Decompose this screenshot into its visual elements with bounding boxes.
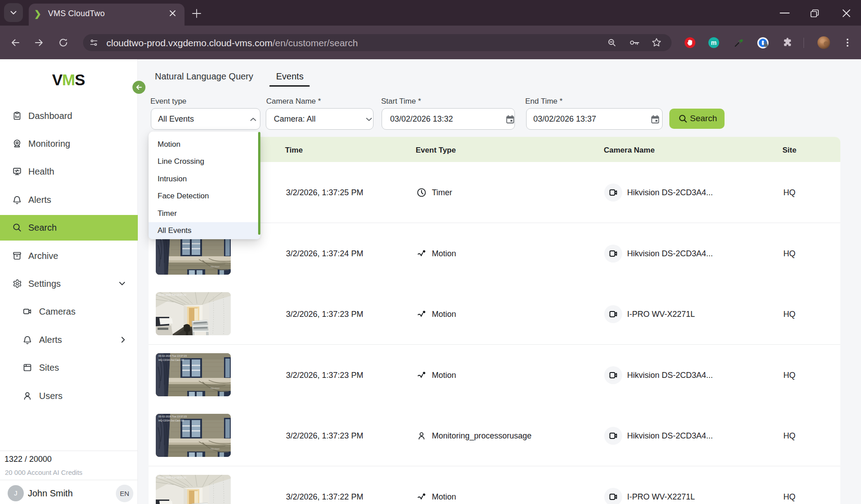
svg-text:m: m bbox=[711, 39, 716, 46]
